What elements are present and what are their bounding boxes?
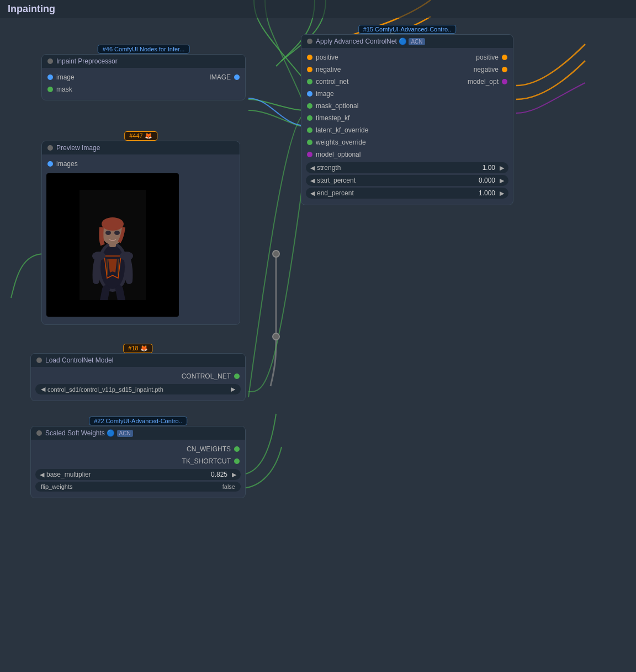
node-body-load-controlnet: CONTROL_NET ◀ control_sd1/control_v11p_s… [31,367,245,401]
port-row-control-net: control_net model_opt [301,76,513,88]
controlnet-model-dropdown[interactable]: ◀ control_sd1/control_v11p_sd15_inpaint.… [35,384,241,394]
status-dot [47,58,53,64]
svg-point-9 [102,217,124,231]
port-controlnet-in [307,79,312,84]
badge-preview-image: #447 🦊 [124,131,157,141]
status-dot-preview [47,145,53,151]
port-weights-override [307,140,312,145]
port-tk-shortcut-out [234,458,240,464]
status-dot-apply [307,39,312,44]
preview-image-display [46,173,179,317]
port-model-optional [307,152,312,157]
badge-load-controlnet: #18 🦊 [123,344,152,353]
port-images-in [47,161,53,167]
port-row-tk-shortcut: TK_SHORTCUT [31,455,245,467]
badge-apply-controlnet: #15 ComfyUI-Advanced-Contro.. [358,25,457,34]
slider-strength[interactable]: ◀ strength 1.00 ▶ [306,162,508,173]
node-inpaint-preprocessor: #46 ComfyUI Nodes for Infer... Inpaint P… [41,54,246,100]
port-mask-optional [307,103,312,109]
node-apply-controlnet: #15 ComfyUI-Advanced-Contro.. Apply Adva… [301,34,513,205]
status-dot-load [36,358,42,363]
page-title: Inpainting [0,0,636,18]
slider-start-percent[interactable]: ◀ start_percent 0.000 ▶ [306,175,508,186]
base-left-arrow[interactable]: ◀ [40,471,44,478]
start-left-arrow[interactable]: ◀ [310,177,315,184]
port-row-image-acn: image [301,88,513,100]
node-preview-image: #447 🦊 Preview Image images [41,141,240,325]
port-negative-out [502,67,507,72]
port-cn-weights-out [234,446,240,452]
port-row-weights-override: weights_override [301,136,513,148]
end-right-arrow[interactable]: ▶ [500,190,504,197]
strength-right-arrow[interactable]: ▶ [500,164,504,172]
port-negative-in [307,67,312,72]
port-row-positive: positive positive [301,51,513,63]
svg-point-11 [114,231,120,235]
node-header-scaled-soft: Scaled Soft Weights 🔵 ACN [31,426,245,440]
badge-scaled-soft: #22 ComfyUI-Advanced-Contro.. [89,417,187,425]
slider-end-percent[interactable]: ◀ end_percent 1.000 ▶ [306,188,508,199]
port-row-timestep: timestep_kf [301,112,513,124]
node-header-load-controlnet: Load ControlNet Model [31,354,245,367]
svg-point-0 [273,250,279,257]
port-controlnet-out [234,374,240,379]
port-timestep [307,115,312,121]
end-left-arrow[interactable]: ◀ [310,190,315,197]
start-right-arrow[interactable]: ▶ [500,177,504,184]
port-row-controlnet-out: CONTROL_NET [31,370,245,382]
port-image-acn [307,91,312,97]
port-row-image: image IMAGE [42,71,245,83]
node-header-preview-image: Preview Image [42,141,240,154]
flip-weights-dropdown[interactable]: flip_weights false [35,482,241,492]
port-row-mask-optional: mask_optional [301,100,513,112]
base-right-arrow[interactable]: ▶ [232,471,236,478]
port-row-model-optional: model_optional [301,148,513,161]
strength-left-arrow[interactable]: ◀ [310,164,315,172]
svg-point-10 [105,231,111,235]
node-body-inpaint-preprocessor: image IMAGE mask [42,68,245,100]
port-mask-in [47,87,53,92]
slider-base-multiplier[interactable]: ◀ base_multiplier 0.825 ▶ [35,469,241,480]
port-row-negative: negative negative [301,63,513,76]
status-dot-scaled [36,430,42,436]
character-illustration [80,190,146,300]
node-load-controlnet: #18 🦊 Load ControlNet Model CONTROL_NET … [30,353,246,401]
node-body-apply-controlnet: positive positive negative negative [301,48,513,205]
port-modelopt-out [502,79,507,84]
port-row-mask: mask [42,83,245,95]
port-positive-in [307,55,312,60]
port-row-images: images [42,158,240,170]
port-image-in [47,74,53,80]
node-body-preview-image: images [42,154,240,324]
svg-point-1 [273,333,279,340]
canvas-area: Inpainting [0,0,636,672]
node-body-scaled-soft: CN_WEIGHTS TK_SHORTCUT ◀ base_multiplier… [31,440,245,498]
port-row-cn-weights: CN_WEIGHTS [31,443,245,455]
port-latent-kf [307,127,312,133]
node-header-apply-controlnet: Apply Advanced ControlNet 🔵 ACN [301,35,513,48]
node-header-inpaint-preprocessor: Inpaint Preprocessor [42,55,245,68]
port-positive-out [502,55,507,60]
port-image-out [234,74,240,80]
node-scaled-soft-weights: #22 ComfyUI-Advanced-Contro.. Scaled Sof… [30,426,246,498]
port-row-latent-kf: latent_kf_override [301,124,513,136]
badge-inpaint-preprocessor: #46 ComfyUI Nodes for Infer... [98,45,190,54]
